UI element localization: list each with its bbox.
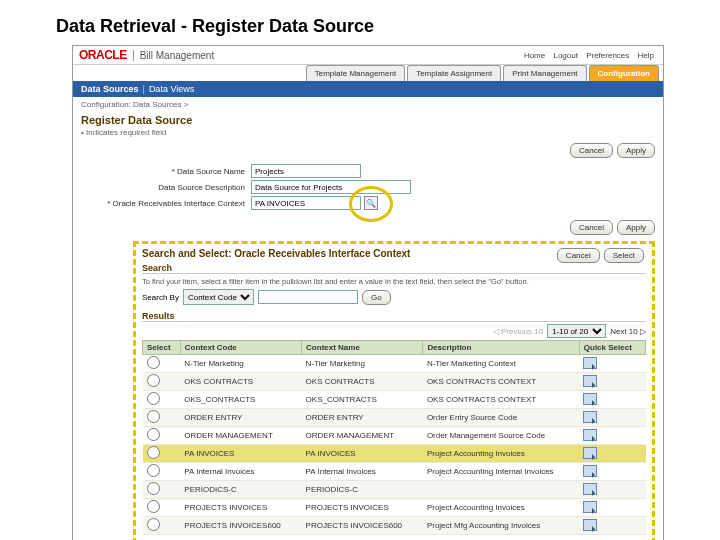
slide-title: Data Retrieval - Register Data Source xyxy=(0,0,720,45)
row-radio[interactable] xyxy=(147,518,160,531)
quick-select-icon[interactable] xyxy=(583,465,597,477)
cancel-button-2[interactable]: Cancel xyxy=(570,220,613,235)
link-home[interactable]: Home xyxy=(524,51,545,60)
table-row: PA Internal InvoicesPA Internal Invoices… xyxy=(143,463,646,481)
table-row: PA INVOICESPA INVOICESProject Accounting… xyxy=(143,445,646,463)
table-row: OKS CONTRACTSOKS CONTRACTSOKS CONTRACTS … xyxy=(143,373,646,391)
table-row: ORDER ENTRYORDER ENTRYOrder Entry Source… xyxy=(143,409,646,427)
quick-select-icon[interactable] xyxy=(583,375,597,387)
tab-configuration[interactable]: Configuration xyxy=(589,65,659,81)
col-quick-select: Quick Select xyxy=(579,341,645,355)
quick-select-icon[interactable] xyxy=(583,393,597,405)
cell-desc: Order Management Source Code xyxy=(423,427,579,445)
pager: ◁ Previous 10 1-10 of 20 Next 10 ▷ xyxy=(142,324,646,338)
search-hint: To find your item, select a filter item … xyxy=(142,277,646,286)
cell-name: PA INVOICES xyxy=(302,445,423,463)
search-select-dialog: Search and Select: Oracle Receivables In… xyxy=(133,241,655,540)
search-by-select[interactable]: Context Code xyxy=(183,289,254,305)
row-radio[interactable] xyxy=(147,428,160,441)
table-row: OKS_CONTRACTSOKS_CONTRACTSOKS CONTRACTS … xyxy=(143,391,646,409)
cell-code: OKS CONTRACTS xyxy=(180,373,301,391)
link-logout[interactable]: Logout xyxy=(553,51,577,60)
row-radio[interactable] xyxy=(147,356,160,369)
search-text-input[interactable] xyxy=(258,290,358,304)
cell-code: ORDER ENTRY xyxy=(180,409,301,427)
top-links: Home Logout Preferences Help xyxy=(521,51,657,60)
cell-name: PA Internal Invoices xyxy=(302,463,423,481)
top-button-row: Cancel Apply xyxy=(73,141,663,160)
results-section-title: Results xyxy=(142,311,646,322)
row-radio[interactable] xyxy=(147,446,160,459)
row-radio[interactable] xyxy=(147,410,160,423)
table-row: PROJECTS INVOICESPROJECTS INVOICESProjec… xyxy=(143,499,646,517)
go-button[interactable]: Go xyxy=(362,290,391,305)
flashlight-icon[interactable]: 🔍 xyxy=(364,196,378,210)
cell-desc: Project Accounting Invoices xyxy=(423,445,579,463)
col-context-name: Context Name xyxy=(302,341,423,355)
cell-name: OKS CONTRACTS xyxy=(302,373,423,391)
cell-desc: OKS CONTRACTS CONTEXT xyxy=(423,391,579,409)
dialog-cancel-button[interactable]: Cancel xyxy=(557,248,600,263)
cell-code: PERIODICS-C xyxy=(180,481,301,499)
search-row: Search By Context Code Go xyxy=(142,289,646,305)
quick-select-icon[interactable] xyxy=(583,483,597,495)
row-radio[interactable] xyxy=(147,464,160,477)
quick-select-icon[interactable] xyxy=(583,519,597,531)
cell-desc: Project Accounting Invoices xyxy=(423,499,579,517)
row-radio[interactable] xyxy=(147,500,160,513)
quick-select-icon[interactable] xyxy=(583,429,597,441)
subtab-data-views[interactable]: Data Views xyxy=(149,84,194,94)
ds-desc-input[interactable] xyxy=(251,180,411,194)
table-row: PROJECTS INVOICES600PROJECTS INVOICES600… xyxy=(143,517,646,535)
cell-name: ORDER ENTRY xyxy=(302,409,423,427)
app-name: Bill Management xyxy=(133,50,214,61)
cell-code: PA Internal Invoices xyxy=(180,463,301,481)
cell-name: OKS_CONTRACTS xyxy=(302,391,423,409)
mid-button-row: Cancel Apply xyxy=(73,218,663,237)
cell-code: ORDER MANAGEMENT xyxy=(180,427,301,445)
tab-template-management[interactable]: Template Management xyxy=(306,65,405,81)
cell-code: OKS_CONTRACTS xyxy=(180,391,301,409)
link-help[interactable]: Help xyxy=(638,51,654,60)
apply-button[interactable]: Apply xyxy=(617,143,655,158)
tabstrip: Template Management Template Assignment … xyxy=(73,65,663,81)
table-row: N-Tier MarketingN-Tier MarketingN-Tier M… xyxy=(143,355,646,373)
tab-template-assignment[interactable]: Template Assignment xyxy=(407,65,501,81)
ctx-input[interactable] xyxy=(251,196,361,210)
cell-name: PERIODICS-C xyxy=(302,481,423,499)
row-radio[interactable] xyxy=(147,374,160,387)
ds-name-input[interactable] xyxy=(251,164,361,178)
cell-code: N-Tier Marketing xyxy=(180,355,301,373)
link-preferences[interactable]: Preferences xyxy=(586,51,629,60)
apply-button-2[interactable]: Apply xyxy=(617,220,655,235)
dialog-select-button[interactable]: Select xyxy=(604,248,644,263)
oracle-logo: ORACLE xyxy=(79,48,127,62)
cell-code: PROJECTS INVOICES600 xyxy=(180,517,301,535)
quick-select-icon[interactable] xyxy=(583,501,597,513)
subtab-data-sources[interactable]: Data Sources xyxy=(81,84,139,94)
row-radio[interactable] xyxy=(147,392,160,405)
cell-desc: N-Tier Marketing Context xyxy=(423,355,579,373)
col-select: Select xyxy=(143,341,181,355)
quick-select-icon[interactable] xyxy=(583,411,597,423)
search-by-label: Search By xyxy=(142,293,179,302)
col-context-code: Context Code xyxy=(180,341,301,355)
quick-select-icon[interactable] xyxy=(583,357,597,369)
table-row: PERIODICS-CPERIODICS-C xyxy=(143,481,646,499)
cancel-button[interactable]: Cancel xyxy=(570,143,613,158)
table-row: ORDER MANAGEMENTORDER MANAGEMENTOrder Ma… xyxy=(143,427,646,445)
pager-prev: ◁ Previous 10 xyxy=(493,327,543,336)
tab-print-management[interactable]: Print Management xyxy=(503,65,586,81)
cell-desc: Order Entry Source Code xyxy=(423,409,579,427)
quick-select-icon[interactable] xyxy=(583,447,597,459)
cell-code: PA INVOICES xyxy=(180,445,301,463)
pager-range-select[interactable]: 1-10 of 20 xyxy=(547,324,606,338)
breadcrumb: Configuration: Data Sources > xyxy=(73,97,663,112)
ds-name-label: * Data Source Name xyxy=(81,167,251,176)
row-radio[interactable] xyxy=(147,482,160,495)
cell-desc: Project Accounting Internal Invoices xyxy=(423,463,579,481)
cell-name: ORDER MANAGEMENT xyxy=(302,427,423,445)
col-description: Description xyxy=(423,341,579,355)
pager-next[interactable]: Next 10 ▷ xyxy=(610,327,646,336)
subtab-bar: Data Sources | Data Views xyxy=(73,81,663,97)
